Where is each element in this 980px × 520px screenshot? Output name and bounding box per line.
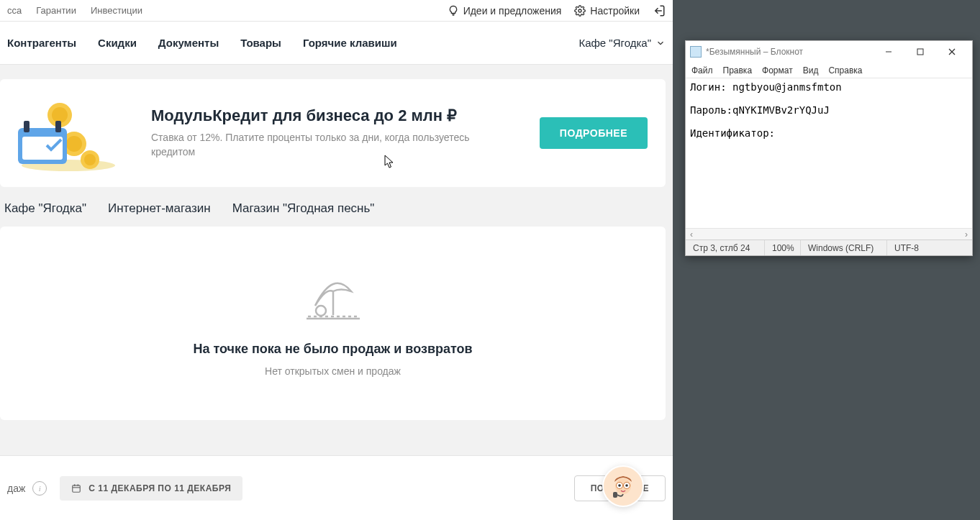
maximize-button[interactable] [904,42,936,62]
scroll-right-arrow-icon[interactable]: › [961,229,972,240]
promo-illustration [18,93,133,173]
notepad-window[interactable]: *Безымянный – Блокнот Файл Правка Формат… [685,40,973,256]
close-button[interactable] [936,42,968,62]
menu-view[interactable]: Вид [803,65,819,76]
promo-subtitle: Ставка от 12%. Платите проценты только з… [151,131,475,159]
ideas-label: Идеи и предложения [463,5,562,17]
top-link-cashbox[interactable]: сса [7,5,22,16]
footer-bar: даж i С 11 ДЕКАБРЯ ПО 11 ДЕКАБРЯ ПОДРОБН… [0,455,673,520]
menu-file[interactable]: Файл [691,65,713,76]
umbrella-illustration [301,266,366,324]
svg-point-22 [618,484,621,487]
svg-point-0 [579,9,581,12]
company-selector[interactable]: Кафе "Ягодка" [579,37,666,49]
ideas-button[interactable]: Идеи и предложения [448,5,562,17]
status-line-ending: Windows (CRLF) [801,240,887,255]
svg-point-13 [316,306,326,316]
menu-format[interactable]: Формат [762,65,793,76]
svg-point-3 [52,107,68,123]
nav-documents[interactable]: Документы [158,37,219,49]
svg-point-23 [625,484,628,487]
minimize-button[interactable] [873,42,904,62]
menu-help[interactable]: Справка [828,65,862,76]
notepad-app-icon [690,46,702,58]
logout-icon [653,4,666,17]
notepad-status-bar: Стр 3, стлб 24 100% Windows (CRLF) UTF-8 [686,240,972,255]
promo-more-button[interactable]: ПОДРОБНЕЕ [540,117,648,149]
footer-left-label: даж [7,483,25,494]
promo-title: МодульКредит для бизнеса до 2 млн ₽ [151,106,540,125]
date-range-text: С 11 ДЕКАБРЯ ПО 11 ДЕКАБРЯ [89,483,231,493]
company-name: Кафе "Ягодка" [579,37,651,49]
nav-hotkeys[interactable]: Горячие клавиши [303,37,397,49]
main-app-window: сса Гарантии Инвестиции Идеи и предложен… [0,0,673,520]
empty-state-card: На точке пока не было продаж и возвратов… [0,227,666,420]
svg-rect-9 [22,137,63,160]
notepad-title-text: *Безымянный – Блокнот [706,47,873,57]
top-link-guarantees[interactable]: Гарантии [36,5,76,16]
logout-button[interactable] [653,4,666,17]
window-controls [873,42,968,62]
notepad-text-area[interactable]: Логин: ngtbyou@janmsfmton Пароль:qNYKIMV… [686,78,972,228]
calendar-icon [71,483,81,493]
status-cursor-position: Стр 3, стлб 24 [686,240,765,255]
assistant-avatar-icon [607,470,639,502]
top-bar-left: сса Гарантии Инвестиции [7,5,142,16]
notepad-horizontal-scrollbar[interactable]: ‹ › [686,228,972,240]
empty-state-title: На точке пока не было продаж и возвратов [18,342,648,357]
menu-edit[interactable]: Правка [723,65,753,76]
location-tabs: Кафе "Ягодка" Интернет-магазин Магазин "… [0,201,673,227]
tab-online-store[interactable]: Интернет-магазин [108,201,211,216]
nav-goods[interactable]: Товары [240,37,281,49]
chevron-down-icon [655,38,666,48]
svg-rect-24 [613,492,617,498]
notepad-menu-bar: Файл Правка Формат Вид Справка [686,63,972,78]
promo-card: МодульКредит для бизнеса до 2 млн ₽ Став… [0,79,666,187]
content-area: МодульКредит для бизнеса до 2 млн ₽ Став… [0,65,673,520]
empty-state-subtitle: Нет открытых смен и продаж [18,365,648,377]
svg-rect-14 [73,485,81,491]
top-bar-right: Идеи и предложения Настройки [448,4,666,17]
nav-contragents[interactable]: Контрагенты [7,37,76,49]
top-bar: сса Гарантии Инвестиции Идеи и предложен… [0,0,673,22]
lightbulb-icon [448,5,459,17]
svg-point-7 [66,136,82,152]
svg-rect-26 [917,49,923,55]
info-icon[interactable]: i [32,481,47,496]
promo-text-block: МодульКредит для бизнеса до 2 млн ₽ Став… [151,106,540,159]
status-encoding: UTF-8 [887,240,972,255]
date-range-chip[interactable]: С 11 ДЕКАБРЯ ПО 11 ДЕКАБРЯ [60,476,242,501]
settings-label: Настройки [590,5,640,17]
tab-cafe[interactable]: Кафе "Ягодка" [4,201,86,216]
tab-shop[interactable]: Магазин "Ягодная песнь" [232,201,375,216]
scroll-left-arrow-icon[interactable]: ‹ [686,229,697,240]
gear-icon [574,5,586,17]
notepad-title-bar[interactable]: *Безымянный – Блокнот [686,41,972,63]
nav-bar: Контрагенты Скидки Документы Товары Горя… [0,22,673,65]
footer-left: даж i [7,481,47,496]
nav-discounts[interactable]: Скидки [98,37,137,49]
status-zoom: 100% [765,240,801,255]
assistant-avatar-button[interactable] [602,465,644,507]
top-link-investments[interactable]: Инвестиции [91,5,142,16]
svg-rect-10 [24,121,30,132]
svg-rect-11 [55,121,61,132]
settings-button[interactable]: Настройки [574,5,640,17]
svg-point-5 [84,154,96,165]
